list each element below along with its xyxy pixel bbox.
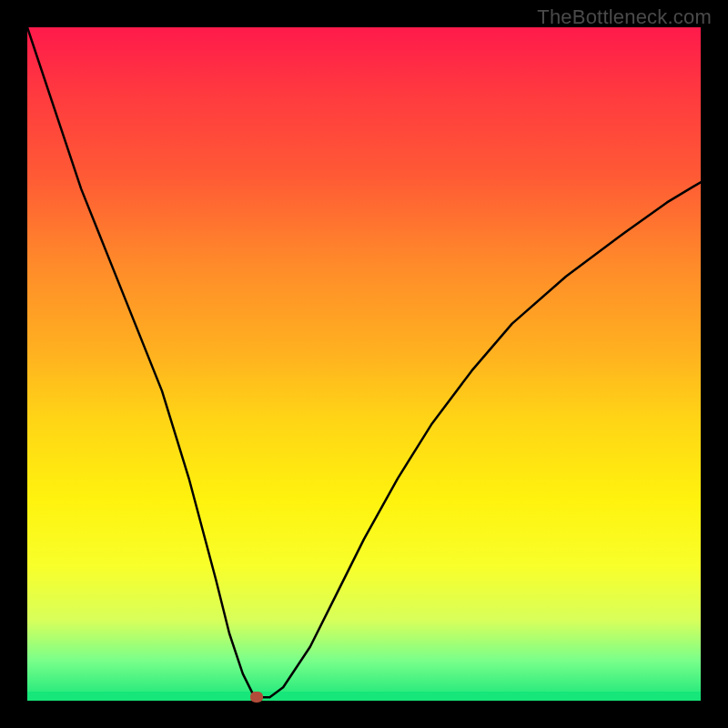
watermark-text: TheBottleneck.com bbox=[537, 5, 712, 29]
chart-frame: TheBottleneck.com bbox=[0, 0, 728, 728]
bottleneck-curve bbox=[27, 27, 701, 697]
curve-svg bbox=[27, 27, 701, 701]
optimum-point-icon bbox=[250, 692, 263, 703]
